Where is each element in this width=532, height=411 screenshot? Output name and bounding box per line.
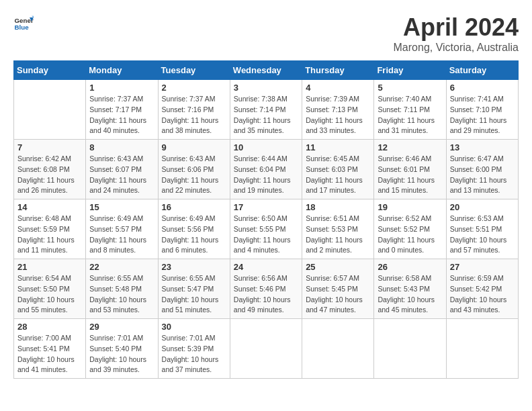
calendar-cell <box>374 319 446 379</box>
calendar-cell: 4Sunrise: 7:39 AMSunset: 7:13 PMDaylight… <box>302 80 374 140</box>
calendar-week-row: 28Sunrise: 7:00 AMSunset: 5:41 PMDayligh… <box>14 319 519 379</box>
day-number: 12 <box>378 142 442 152</box>
day-info: Sunrise: 6:59 AMSunset: 5:42 PMDaylight:… <box>450 273 515 316</box>
day-info: Sunrise: 6:52 AMSunset: 5:52 PMDaylight:… <box>378 214 442 256</box>
day-info: Sunrise: 6:48 AMSunset: 5:59 PMDaylight:… <box>17 214 82 256</box>
calendar-cell: 7Sunrise: 6:42 AMSunset: 6:08 PMDaylight… <box>14 140 86 199</box>
day-info: Sunrise: 7:37 AMSunset: 7:16 PMDaylight:… <box>162 94 226 136</box>
calendar-header-monday: Monday <box>86 61 158 80</box>
day-number: 13 <box>450 142 515 152</box>
calendar-week-row: 14Sunrise: 6:48 AMSunset: 5:59 PMDayligh… <box>14 199 519 259</box>
page-subtitle: Marong, Victoria, Australia <box>394 42 519 54</box>
calendar-header-row: SundayMondayTuesdayWednesdayThursdayFrid… <box>14 61 519 80</box>
calendar-cell: 26Sunrise: 6:58 AMSunset: 5:43 PMDayligh… <box>374 259 446 319</box>
day-number: 1 <box>89 83 154 93</box>
day-number: 18 <box>306 202 370 212</box>
day-number: 4 <box>306 83 370 93</box>
calendar-cell: 14Sunrise: 6:48 AMSunset: 5:59 PMDayligh… <box>14 199 86 259</box>
logo-icon: General Blue <box>13 13 34 34</box>
calendar-cell: 11Sunrise: 6:45 AMSunset: 6:03 PMDayligh… <box>302 140 374 199</box>
day-info: Sunrise: 6:55 AMSunset: 5:48 PMDaylight:… <box>89 273 154 316</box>
calendar-header-sunday: Sunday <box>14 61 86 80</box>
day-info: Sunrise: 6:47 AMSunset: 6:00 PMDaylight:… <box>450 154 515 196</box>
day-number: 30 <box>162 322 226 332</box>
calendar-cell: 29Sunrise: 7:01 AMSunset: 5:40 PMDayligh… <box>86 319 158 379</box>
day-info: Sunrise: 6:43 AMSunset: 6:07 PMDaylight:… <box>89 154 154 196</box>
day-info: Sunrise: 6:58 AMSunset: 5:43 PMDaylight:… <box>378 273 442 316</box>
calendar-cell: 10Sunrise: 6:44 AMSunset: 6:04 PMDayligh… <box>230 140 302 199</box>
calendar-cell: 6Sunrise: 7:41 AMSunset: 7:10 PMDaylight… <box>446 80 518 140</box>
calendar-cell: 15Sunrise: 6:49 AMSunset: 5:57 PMDayligh… <box>86 199 158 259</box>
calendar-header-tuesday: Tuesday <box>158 61 230 80</box>
day-number: 10 <box>234 142 298 152</box>
calendar-cell: 21Sunrise: 6:54 AMSunset: 5:50 PMDayligh… <box>14 259 86 319</box>
calendar-cell <box>302 319 374 379</box>
day-number: 22 <box>89 262 154 272</box>
day-info: Sunrise: 6:50 AMSunset: 5:55 PMDaylight:… <box>234 214 298 256</box>
calendar-cell: 17Sunrise: 6:50 AMSunset: 5:55 PMDayligh… <box>230 199 302 259</box>
day-info: Sunrise: 6:49 AMSunset: 5:56 PMDaylight:… <box>162 214 226 256</box>
day-info: Sunrise: 6:51 AMSunset: 5:53 PMDaylight:… <box>306 214 370 256</box>
day-info: Sunrise: 6:57 AMSunset: 5:45 PMDaylight:… <box>306 273 370 316</box>
calendar-cell: 13Sunrise: 6:47 AMSunset: 6:00 PMDayligh… <box>446 140 518 199</box>
day-number: 7 <box>17 142 82 152</box>
calendar-cell: 18Sunrise: 6:51 AMSunset: 5:53 PMDayligh… <box>302 199 374 259</box>
day-info: Sunrise: 6:46 AMSunset: 6:01 PMDaylight:… <box>378 154 442 196</box>
day-info: Sunrise: 7:38 AMSunset: 7:14 PMDaylight:… <box>234 94 298 136</box>
calendar-cell: 25Sunrise: 6:57 AMSunset: 5:45 PMDayligh… <box>302 259 374 319</box>
calendar-cell: 23Sunrise: 6:55 AMSunset: 5:47 PMDayligh… <box>158 259 230 319</box>
day-number: 3 <box>234 83 298 93</box>
calendar-cell: 9Sunrise: 6:43 AMSunset: 6:06 PMDaylight… <box>158 140 230 199</box>
day-number: 28 <box>17 322 82 332</box>
day-number: 23 <box>162 262 226 272</box>
day-number: 17 <box>234 202 298 212</box>
calendar-header-wednesday: Wednesday <box>230 61 302 80</box>
page-title: April 2024 <box>394 13 519 42</box>
calendar-cell: 30Sunrise: 7:01 AMSunset: 5:39 PMDayligh… <box>158 319 230 379</box>
svg-text:Blue: Blue <box>15 24 30 31</box>
day-info: Sunrise: 6:42 AMSunset: 6:08 PMDaylight:… <box>17 154 82 196</box>
day-number: 25 <box>306 262 370 272</box>
day-number: 27 <box>450 262 515 272</box>
day-number: 19 <box>378 202 442 212</box>
day-info: Sunrise: 7:37 AMSunset: 7:17 PMDaylight:… <box>89 94 154 136</box>
calendar-cell: 2Sunrise: 7:37 AMSunset: 7:16 PMDaylight… <box>158 80 230 140</box>
day-info: Sunrise: 6:49 AMSunset: 5:57 PMDaylight:… <box>89 214 154 256</box>
calendar-cell: 28Sunrise: 7:00 AMSunset: 5:41 PMDayligh… <box>14 319 86 379</box>
day-number: 15 <box>89 202 154 212</box>
calendar-week-row: 1Sunrise: 7:37 AMSunset: 7:17 PMDaylight… <box>14 80 519 140</box>
calendar-cell: 5Sunrise: 7:40 AMSunset: 7:11 PMDaylight… <box>374 80 446 140</box>
calendar-cell: 3Sunrise: 7:38 AMSunset: 7:14 PMDaylight… <box>230 80 302 140</box>
calendar-cell: 22Sunrise: 6:55 AMSunset: 5:48 PMDayligh… <box>86 259 158 319</box>
day-number: 6 <box>450 83 515 93</box>
calendar-cell: 16Sunrise: 6:49 AMSunset: 5:56 PMDayligh… <box>158 199 230 259</box>
day-info: Sunrise: 6:44 AMSunset: 6:04 PMDaylight:… <box>234 154 298 196</box>
day-number: 8 <box>89 142 154 152</box>
calendar-cell <box>446 319 518 379</box>
calendar-cell: 27Sunrise: 6:59 AMSunset: 5:42 PMDayligh… <box>446 259 518 319</box>
calendar-cell: 24Sunrise: 6:56 AMSunset: 5:46 PMDayligh… <box>230 259 302 319</box>
calendar-cell: 20Sunrise: 6:53 AMSunset: 5:51 PMDayligh… <box>446 199 518 259</box>
calendar-week-row: 21Sunrise: 6:54 AMSunset: 5:50 PMDayligh… <box>14 259 519 319</box>
calendar-cell: 8Sunrise: 6:43 AMSunset: 6:07 PMDaylight… <box>86 140 158 199</box>
calendar-cell: 1Sunrise: 7:37 AMSunset: 7:17 PMDaylight… <box>86 80 158 140</box>
day-number: 24 <box>234 262 298 272</box>
calendar-cell <box>14 80 86 140</box>
day-number: 29 <box>89 322 154 332</box>
day-number: 20 <box>450 202 515 212</box>
day-info: Sunrise: 6:56 AMSunset: 5:46 PMDaylight:… <box>234 273 298 316</box>
calendar-cell: 19Sunrise: 6:52 AMSunset: 5:52 PMDayligh… <box>374 199 446 259</box>
day-number: 2 <box>162 83 226 93</box>
day-number: 11 <box>306 142 370 152</box>
day-info: Sunrise: 7:40 AMSunset: 7:11 PMDaylight:… <box>378 94 442 136</box>
day-info: Sunrise: 7:00 AMSunset: 5:41 PMDaylight:… <box>17 333 82 375</box>
day-number: 26 <box>378 262 442 272</box>
calendar-header-thursday: Thursday <box>302 61 374 80</box>
page-header: General Blue April 2024 Marong, Victoria… <box>13 13 519 54</box>
day-info: Sunrise: 7:39 AMSunset: 7:13 PMDaylight:… <box>306 94 370 136</box>
day-info: Sunrise: 6:43 AMSunset: 6:06 PMDaylight:… <box>162 154 226 196</box>
day-number: 9 <box>162 142 226 152</box>
day-number: 16 <box>162 202 226 212</box>
day-info: Sunrise: 7:01 AMSunset: 5:39 PMDaylight:… <box>162 333 226 375</box>
calendar-cell <box>230 319 302 379</box>
